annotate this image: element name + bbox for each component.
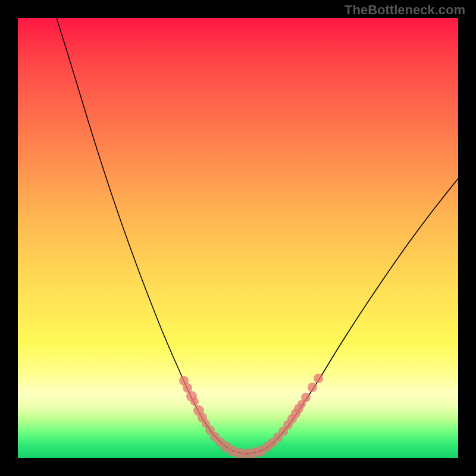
bottleneck-curve bbox=[57, 18, 458, 454]
data-marker bbox=[190, 397, 199, 406]
marker-group bbox=[179, 374, 323, 458]
data-marker bbox=[301, 393, 311, 402]
data-marker bbox=[314, 374, 323, 383]
data-marker bbox=[308, 383, 317, 392]
chart-svg bbox=[18, 18, 458, 458]
chart-background bbox=[18, 18, 458, 458]
watermark-text: TheBottleneck.com bbox=[345, 2, 465, 18]
